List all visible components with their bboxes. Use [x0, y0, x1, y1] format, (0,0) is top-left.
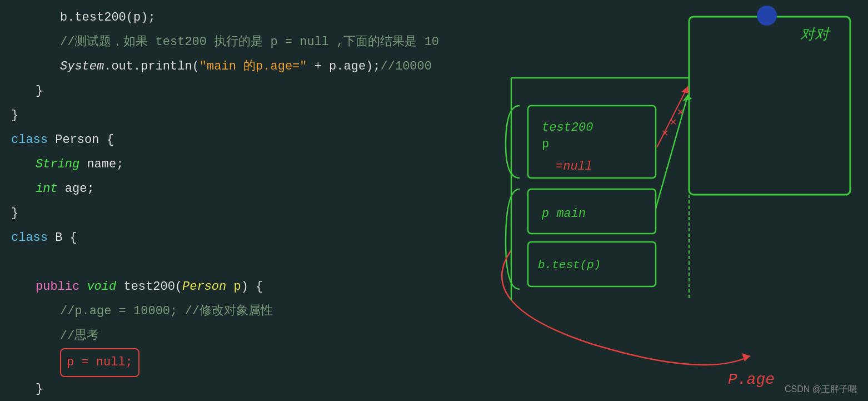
code-text: p = null; — [67, 350, 133, 375]
code-line-8: int age; — [11, 177, 445, 201]
svg-text:P.age: P.age — [728, 371, 775, 388]
svg-text:=null: =null — [556, 160, 592, 174]
svg-marker-16 — [681, 86, 689, 93]
code-text: //10000 — [381, 55, 432, 79]
code-text: name; — [79, 152, 123, 177]
svg-text:test200: test200 — [542, 121, 593, 135]
code-text: B { — [48, 226, 77, 250]
code-text: + p.age); — [307, 55, 381, 79]
code-text — [226, 275, 233, 299]
code-text: Person { — [48, 128, 114, 152]
code-line-2: //测试题，如果 test200 执行的是 p = null ,下面的结果是 1… — [11, 30, 445, 55]
code-text: age; — [58, 177, 94, 201]
code-text: String — [36, 152, 79, 177]
code-text: b.test200(p); — [60, 6, 156, 30]
code-line-9: } — [11, 201, 445, 226]
code-line-7: String name; — [11, 152, 445, 177]
code-text: } — [11, 201, 18, 226]
code-line-12: public void test200( Person p ) { — [11, 275, 445, 299]
svg-text:p  main: p main — [541, 207, 586, 221]
code-text: class — [11, 128, 48, 152]
code-text: void — [87, 275, 116, 299]
svg-marker-17 — [742, 353, 750, 362]
code-line-16: } — [11, 377, 445, 401]
svg-text:p: p — [542, 137, 549, 151]
code-line-14: //思考 — [11, 324, 445, 348]
code-text: //思考 — [60, 324, 99, 348]
code-text: } — [36, 377, 43, 401]
code-text — [79, 275, 87, 299]
code-text: //p.age = 10000; //修改对象属性 — [60, 299, 273, 324]
code-line-15: p = null; — [11, 348, 445, 377]
svg-text:b.test(p): b.test(p) — [538, 259, 601, 271]
diagram-area: 对对 test200 p =null p main b.test(p) ✕ ✕ … — [456, 0, 868, 401]
code-line-4: } — [11, 79, 445, 103]
svg-point-22 — [757, 6, 777, 26]
code-line-1: b.test200(p); — [11, 6, 445, 30]
svg-text:✕: ✕ — [677, 107, 684, 117]
code-text: int — [36, 177, 58, 201]
code-line-3: System .out.println( "main 的p.age=" + p.… — [11, 55, 445, 79]
code-text: //测试题，如果 test200 执行的是 p = null ,下面的结果是 1… — [60, 30, 439, 55]
code-text: p — [233, 275, 241, 299]
code-area: b.test200(p); //测试题，如果 test200 执行的是 p = … — [0, 0, 456, 401]
null-assignment-box: p = null; — [60, 348, 139, 377]
code-text: } — [36, 79, 43, 103]
code-line-11 — [11, 250, 445, 275]
code-text: test200( — [116, 275, 182, 299]
watermark: CSDN @王胖子嗯 — [785, 384, 857, 395]
code-text: "main 的p.age=" — [199, 55, 307, 79]
svg-rect-0 — [689, 17, 850, 195]
code-text: System — [60, 55, 104, 79]
code-text: class — [11, 226, 48, 250]
code-text: Person — [182, 275, 226, 299]
code-text: } — [11, 103, 18, 128]
svg-text:✕: ✕ — [661, 128, 669, 138]
code-text: .out.println( — [104, 55, 199, 79]
code-line-13: //p.age = 10000; //修改对象属性 — [11, 299, 445, 324]
code-text: ) { — [241, 275, 263, 299]
code-line-10: class B { — [11, 226, 445, 250]
code-line-5: } — [11, 103, 445, 128]
svg-line-12 — [657, 86, 688, 147]
svg-text:对对: 对对 — [800, 27, 831, 43]
code-text: public — [36, 275, 79, 299]
code-line-6: class Person { — [11, 128, 445, 152]
svg-text:✕: ✕ — [670, 117, 677, 127]
